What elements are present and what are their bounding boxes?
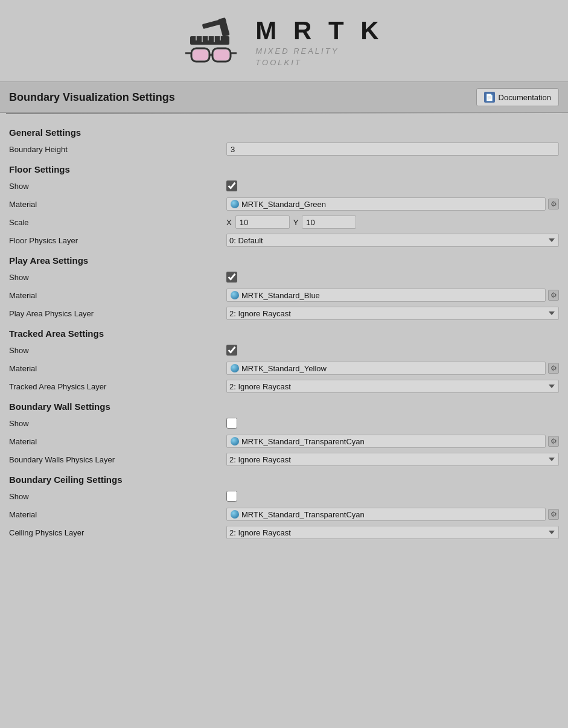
- floor-scale-y-input[interactable]: [302, 216, 356, 229]
- floor-show-checkbox[interactable]: [226, 180, 237, 191]
- play-area-material-row: Material MRTK_Standard_Blue ⚙: [9, 287, 559, 303]
- boundary-ceiling-show-control: [226, 491, 559, 502]
- svg-rect-12: [214, 49, 229, 60]
- boundary-ceiling-material-label: Material: [9, 510, 226, 519]
- floor-material-input[interactable]: MRTK_Standard_Green: [226, 197, 546, 211]
- tracked-area-physics-layer-select[interactable]: 0: Default 1: TransparentFX 2: Ignore Ra…: [226, 380, 559, 393]
- tracked-area-show-checkbox[interactable]: [226, 345, 237, 356]
- play-area-physics-layer-label: Play Area Physics Layer: [9, 309, 226, 318]
- svg-rect-11: [193, 49, 208, 60]
- boundary-wall-material-sphere: [231, 437, 239, 445]
- floor-scale-y-label: Y: [293, 218, 299, 227]
- floor-material-settings-icon[interactable]: ⚙: [548, 199, 559, 209]
- boundary-wall-show-row: Show: [9, 415, 559, 431]
- boundary-wall-material-label: Material: [9, 437, 226, 446]
- boundary-wall-material-input[interactable]: MRTK_Standard_TransparentCyan: [226, 435, 546, 448]
- play-area-material-control: MRTK_Standard_Blue ⚙: [226, 289, 559, 302]
- documentation-icon: 📄: [484, 92, 495, 103]
- floor-scale-x-input[interactable]: [235, 216, 290, 229]
- boundary-wall-show-control: [226, 418, 559, 429]
- boundary-height-row: Boundary Height: [9, 141, 559, 157]
- play-area-material-settings-icon[interactable]: ⚙: [548, 290, 559, 301]
- tracked-area-material-text: MRTK_Standard_Yellow: [241, 364, 327, 373]
- svg-rect-1: [219, 18, 230, 37]
- boundary-height-control: [226, 142, 559, 156]
- floor-scale-label: Scale: [9, 218, 226, 227]
- floor-physics-layer-control: 0: Default 1: TransparentFX 2: Ignore Ra…: [226, 234, 559, 247]
- toolbar: Boundary Visualization Settings 📄 Docume…: [0, 81, 568, 113]
- boundary-wall-physics-layer-control: 0: Default 1: TransparentFX 2: Ignore Ra…: [226, 453, 559, 466]
- floor-scale-x-label: X: [226, 218, 232, 227]
- tracked-area-material-input[interactable]: MRTK_Standard_Yellow: [226, 362, 546, 375]
- general-settings-heading: General Settings: [9, 127, 559, 138]
- play-area-physics-layer-row: Play Area Physics Layer 0: Default 1: Tr…: [9, 305, 559, 321]
- floor-show-row: Show: [9, 178, 559, 194]
- logo-subtitle-line2: TOOLKIT: [255, 57, 383, 69]
- floor-physics-layer-label: Floor Physics Layer: [9, 236, 226, 245]
- tracked-area-physics-layer-row: Tracked Area Physics Layer 0: Default 1:…: [9, 378, 559, 394]
- boundary-ceiling-material-control: MRTK_Standard_TransparentCyan ⚙: [226, 508, 559, 521]
- boundary-wall-show-checkbox[interactable]: [226, 418, 237, 429]
- tracked-area-material-label: Material: [9, 364, 226, 373]
- tracked-area-material-control: MRTK_Standard_Yellow ⚙: [226, 362, 559, 375]
- header: M R T K MIXED REALITY TOOLKIT: [0, 0, 568, 81]
- tracked-area-settings-heading: Tracked Area Settings: [9, 328, 559, 339]
- logo-text: M R T K MIXED REALITY TOOLKIT: [255, 16, 383, 69]
- main-content: General Settings Boundary Height Floor S…: [0, 114, 568, 549]
- tracked-area-show-control: [226, 345, 559, 356]
- play-area-material-input[interactable]: MRTK_Standard_Blue: [226, 289, 546, 302]
- boundary-wall-settings-heading: Boundary Wall Settings: [9, 401, 559, 412]
- toolbar-title: Boundary Visualization Settings: [9, 91, 175, 104]
- boundary-ceiling-material-sphere: [231, 510, 239, 519]
- play-area-show-checkbox[interactable]: [226, 272, 237, 283]
- play-area-physics-layer-control: 0: Default 1: TransparentFX 2: Ignore Ra…: [226, 307, 559, 320]
- boundary-ceiling-show-checkbox[interactable]: [226, 491, 237, 502]
- play-area-material-sphere: [231, 291, 239, 299]
- boundary-wall-show-label: Show: [9, 419, 226, 428]
- boundary-ceiling-physics-layer-label: Ceiling Physics Layer: [9, 528, 226, 537]
- tracked-area-material-settings-icon[interactable]: ⚙: [548, 363, 559, 374]
- boundary-wall-material-settings-icon[interactable]: ⚙: [548, 436, 559, 447]
- boundary-ceiling-show-label: Show: [9, 492, 226, 501]
- tracked-area-physics-layer-label: Tracked Area Physics Layer: [9, 382, 226, 391]
- boundary-ceiling-physics-layer-control: 0: Default 1: TransparentFX 2: Ignore Ra…: [226, 526, 559, 539]
- play-area-physics-layer-select[interactable]: 0: Default 1: TransparentFX 2: Ignore Ra…: [226, 307, 559, 320]
- tracked-area-show-label: Show: [9, 346, 226, 355]
- floor-settings-heading: Floor Settings: [9, 164, 559, 174]
- boundary-wall-material-text: MRTK_Standard_TransparentCyan: [241, 437, 365, 446]
- play-area-material-text: MRTK_Standard_Blue: [241, 291, 320, 300]
- boundary-ceiling-show-row: Show: [9, 488, 559, 504]
- boundary-ceiling-physics-layer-select[interactable]: 0: Default 1: TransparentFX 2: Ignore Ra…: [226, 526, 559, 539]
- logo-container: M R T K MIXED REALITY TOOLKIT: [184, 12, 383, 72]
- boundary-height-label: Boundary Height: [9, 145, 226, 154]
- boundary-wall-material-row: Material MRTK_Standard_TransparentCyan ⚙: [9, 433, 559, 449]
- logo-subtitle-line1: MIXED REALITY: [255, 45, 383, 57]
- floor-material-row: Material MRTK_Standard_Green ⚙: [9, 196, 559, 212]
- boundary-ceiling-material-input[interactable]: MRTK_Standard_TransparentCyan: [226, 508, 546, 521]
- play-area-material-label: Material: [9, 291, 226, 300]
- tracked-area-show-row: Show: [9, 342, 559, 358]
- play-area-show-row: Show: [9, 269, 559, 285]
- boundary-wall-physics-layer-select[interactable]: 0: Default 1: TransparentFX 2: Ignore Ra…: [226, 453, 559, 466]
- floor-scale-control: X Y: [226, 216, 559, 229]
- boundary-ceiling-physics-layer-row: Ceiling Physics Layer 0: Default 1: Tran…: [9, 525, 559, 540]
- play-area-show-control: [226, 272, 559, 283]
- floor-scale-row: Scale X Y: [9, 214, 559, 230]
- logo-mrtk-title: M R T K: [255, 16, 383, 45]
- floor-material-control: MRTK_Standard_Green ⚙: [226, 197, 559, 211]
- floor-material-label: Material: [9, 200, 226, 209]
- boundary-wall-physics-layer-row: Boundary Walls Physics Layer 0: Default …: [9, 452, 559, 467]
- floor-show-control: [226, 180, 559, 191]
- tracked-area-material-sphere: [231, 364, 239, 372]
- floor-physics-layer-row: Floor Physics Layer 0: Default 1: Transp…: [9, 232, 559, 248]
- floor-physics-layer-select[interactable]: 0: Default 1: TransparentFX 2: Ignore Ra…: [226, 234, 559, 247]
- floor-show-label: Show: [9, 182, 226, 191]
- floor-material-sphere: [231, 200, 239, 208]
- boundary-ceiling-settings-heading: Boundary Ceiling Settings: [9, 474, 559, 485]
- boundary-height-input[interactable]: [226, 142, 559, 156]
- documentation-button[interactable]: 📄 Documentation: [476, 88, 559, 106]
- tracked-area-physics-layer-control: 0: Default 1: TransparentFX 2: Ignore Ra…: [226, 380, 559, 393]
- boundary-wall-material-control: MRTK_Standard_TransparentCyan ⚙: [226, 435, 559, 448]
- doc-button-label: Documentation: [499, 93, 551, 102]
- boundary-ceiling-material-settings-icon[interactable]: ⚙: [548, 509, 559, 520]
